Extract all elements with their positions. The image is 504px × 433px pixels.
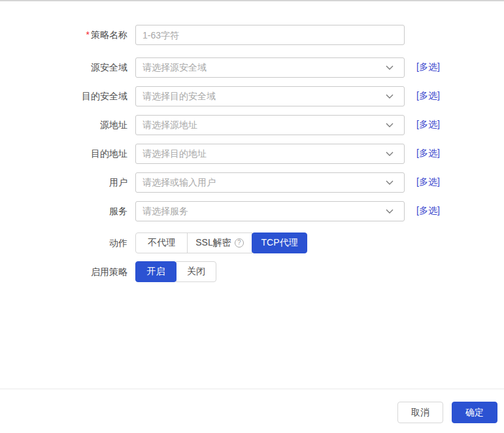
policy-name-label: *策略名称 — [0, 25, 127, 45]
action-label: 动作 — [0, 233, 127, 253]
service-select[interactable]: 请选择服务 — [135, 201, 405, 221]
source-address-label: 源地址 — [0, 115, 127, 135]
confirm-button[interactable]: 确定 — [452, 402, 497, 423]
cancel-button[interactable]: 取消 — [397, 402, 443, 423]
action-button-group: 不代理 SSL解密 ? TCP代理 — [135, 233, 307, 253]
form-row-enable-policy: 启用策略 开启 关闭 — [0, 261, 504, 282]
form-row-dest-address: 目的地址 请选择目的地址 [多选] — [0, 144, 504, 164]
required-asterisk: * — [86, 29, 90, 40]
panel-top-divider — [0, 0, 504, 1]
dest-address-multi-select-link[interactable]: [多选] — [416, 146, 440, 159]
dest-address-select[interactable]: 请选择目的地址 — [135, 144, 405, 164]
form-row-source-address: 源地址 请选择源地址 [多选] — [0, 115, 504, 135]
select-placeholder: 请选择源地址 — [143, 120, 386, 131]
enable-policy-button-group: 开启 关闭 — [135, 261, 216, 282]
select-placeholder: 请选择或输入用户 — [143, 177, 386, 189]
source-zone-select[interactable]: 请选择源安全域 — [135, 57, 405, 78]
select-placeholder: 请选择服务 — [143, 206, 386, 217]
chevron-down-icon — [386, 94, 394, 99]
dest-zone-select[interactable]: 请选择目的安全域 — [135, 86, 405, 106]
chevron-down-icon — [386, 65, 394, 71]
user-multi-select-link[interactable]: [多选] — [416, 175, 440, 188]
policy-form-panel: *策略名称 源安全域 请选择源安全域 [多选] 目的安全域 请选择目的安全域 [… — [0, 0, 504, 433]
enable-policy-label: 启用策略 — [0, 261, 127, 282]
help-question-icon[interactable]: ? — [235, 238, 244, 248]
dest-zone-label: 目的安全域 — [0, 86, 127, 106]
enable-option-on[interactable]: 开启 — [135, 261, 176, 282]
dest-address-label: 目的地址 — [0, 144, 127, 164]
enable-option-off[interactable]: 关闭 — [176, 261, 216, 282]
select-placeholder: 请选择目的安全域 — [143, 91, 386, 103]
select-placeholder: 请选择源安全域 — [143, 62, 386, 74]
form-row-dest-zone: 目的安全域 请选择目的安全域 [多选] — [0, 86, 504, 106]
chevron-down-icon — [386, 123, 394, 128]
form-row-service: 服务 请选择服务 [多选] — [0, 201, 504, 221]
chevron-down-icon — [386, 180, 394, 185]
policy-name-input[interactable] — [135, 25, 405, 45]
form-row-action: 动作 不代理 SSL解密 ? TCP代理 — [0, 233, 504, 253]
source-address-multi-select-link[interactable]: [多选] — [416, 118, 440, 131]
action-option-ssl-decrypt[interactable]: SSL解密 ? — [187, 233, 252, 253]
form-row-policy-name: *策略名称 — [0, 25, 504, 45]
source-address-select[interactable]: 请选择源地址 — [135, 115, 405, 135]
footer-divider — [0, 389, 504, 389]
form-row-user: 用户 请选择或输入用户 [多选] — [0, 172, 504, 193]
select-placeholder: 请选择目的地址 — [143, 148, 386, 160]
action-option-no-proxy[interactable]: 不代理 — [135, 233, 188, 253]
user-label: 用户 — [0, 172, 127, 193]
user-select[interactable]: 请选择或输入用户 — [135, 172, 405, 193]
service-multi-select-link[interactable]: [多选] — [416, 204, 440, 217]
source-zone-multi-select-link[interactable]: [多选] — [416, 60, 440, 73]
action-option-tcp-proxy[interactable]: TCP代理 — [252, 233, 307, 253]
dest-zone-multi-select-link[interactable]: [多选] — [416, 89, 440, 102]
field-label-text: 策略名称 — [91, 29, 127, 40]
action-option-label: SSL解密 — [195, 237, 231, 249]
chevron-down-icon — [386, 152, 394, 157]
source-zone-label: 源安全域 — [0, 57, 127, 78]
form-row-source-zone: 源安全域 请选择源安全域 [多选] — [0, 57, 504, 78]
chevron-down-icon — [386, 209, 394, 214]
service-label: 服务 — [0, 201, 127, 221]
